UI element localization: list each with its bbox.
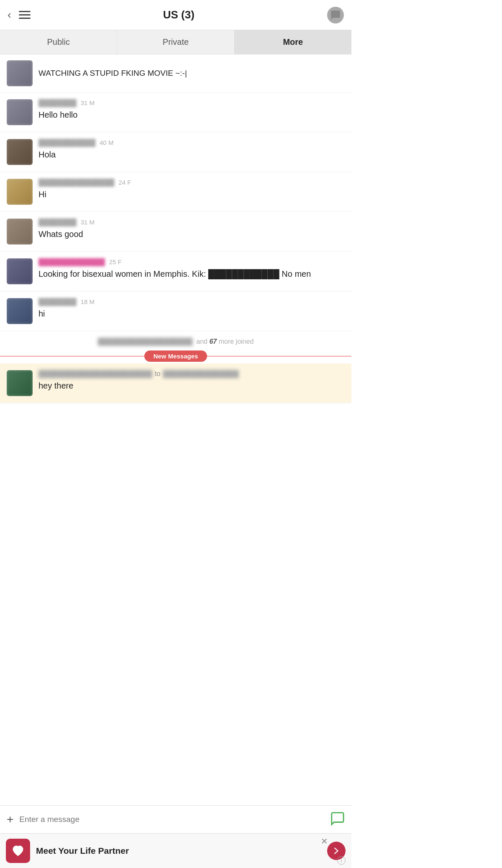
new-message-item[interactable]: ████████████████████████ to ████████████… — [0, 363, 351, 403]
avatar — [7, 139, 33, 165]
ad-text: Meet Your Life Partner — [36, 846, 321, 856]
user-age: 31 M — [81, 219, 95, 226]
user-age: 18 M — [81, 298, 95, 305]
user-age: 24 F — [118, 179, 131, 186]
bottom-area: + Meet Your Life Partner ✕ i — [0, 805, 351, 868]
header: ‹ US (3) — [0, 0, 351, 30]
blurred-names: ████████████████████ — [98, 338, 193, 345]
message-header: ██████████████ 25 F — [38, 258, 345, 266]
message-text: Whats good — [38, 228, 345, 240]
hamburger-menu[interactable] — [19, 11, 31, 19]
message-text: Hola — [38, 149, 345, 160]
tab-public[interactable]: Public — [0, 30, 117, 54]
message-content: ████████ 31 M Hello hello — [38, 99, 345, 121]
user-age: 40 M — [100, 139, 113, 146]
ad-logo — [6, 839, 30, 863]
avatar — [7, 99, 33, 125]
message-content: ██████████████ 25 F Looking for bisexual… — [38, 258, 345, 280]
new-message-from: ████████████████████████ — [38, 370, 152, 378]
username: ████████ — [38, 99, 77, 107]
message-text: Hi — [38, 188, 345, 200]
message-header: ████████ 31 M — [38, 219, 345, 226]
user-age: 25 F — [109, 258, 122, 265]
message-text: Hello hello — [38, 109, 345, 121]
avatar — [7, 258, 33, 284]
new-messages-label: New Messages — [144, 350, 207, 362]
message-header: ████████████████ 24 F — [38, 179, 345, 186]
message-list: WATCHING A STUPID FKING MOVIE ~:-| █████… — [0, 54, 351, 805]
message-text: Looking for bisexual women in Memphis. K… — [38, 268, 345, 280]
list-item[interactable]: ██████████████ 25 F Looking for bisexual… — [0, 252, 351, 291]
avatar — [7, 298, 33, 324]
tab-private[interactable]: Private — [117, 30, 234, 54]
message-header: ████████████ 40 M — [38, 139, 345, 147]
list-item[interactable]: ████████████ 40 M Hola — [0, 132, 351, 172]
avatar — [7, 179, 33, 205]
new-messages-divider: New Messages — [0, 350, 351, 362]
new-message-header: ████████████████████████ to ████████████… — [38, 370, 345, 378]
new-message-text: hey there — [38, 380, 345, 392]
input-bar: + — [0, 805, 351, 833]
user-age: 31 M — [81, 99, 95, 106]
username: ████████████ — [38, 139, 95, 147]
avatar — [7, 370, 33, 396]
message-content: ████████████ 40 M Hola — [38, 139, 345, 160]
tabs-bar: Public Private More — [0, 30, 351, 54]
avatar — [7, 60, 33, 86]
new-message-to-text: to — [155, 370, 160, 378]
message-input[interactable] — [19, 815, 325, 824]
page-title: US (3) — [31, 8, 327, 21]
message-content: ████████ 18 M hi — [38, 298, 345, 319]
username: ██████████████ — [38, 258, 105, 266]
join-banner: ████████████████████ and 67 more joined — [0, 331, 351, 349]
username: ████████ — [38, 219, 77, 226]
message-content: ████████ 31 M Whats good — [38, 219, 345, 240]
header-left: ‹ — [8, 8, 31, 21]
join-suffix: more joined — [219, 338, 254, 345]
add-button[interactable]: + — [7, 814, 13, 825]
tab-more[interactable]: More — [235, 30, 351, 54]
list-item[interactable]: ████████ 31 M Whats good — [0, 212, 351, 252]
message-header: ████████ 18 M — [38, 298, 345, 306]
send-icon[interactable] — [330, 811, 345, 827]
avatar — [7, 219, 33, 245]
list-item[interactable]: WATCHING A STUPID FKING MOVIE ~:-| — [0, 54, 351, 93]
username: ████████ — [38, 298, 77, 306]
message-text: WATCHING A STUPID FKING MOVIE ~:-| — [38, 69, 187, 77]
list-item[interactable]: ████████ 31 M Hello hello — [0, 93, 351, 132]
message-content: ████████████████████████ to ████████████… — [38, 370, 345, 392]
ad-info-button[interactable]: i — [337, 856, 346, 865]
message-content: ████████████████ 24 F Hi — [38, 179, 345, 200]
username: ████████████████ — [38, 179, 114, 186]
ad-banner: Meet Your Life Partner ✕ i — [0, 833, 351, 868]
list-item[interactable]: ████████████████ 24 F Hi — [0, 172, 351, 212]
message-content: WATCHING A STUPID FKING MOVIE ~:-| — [38, 69, 345, 78]
message-header: ████████ 31 M — [38, 99, 345, 107]
message-icon-button[interactable] — [327, 7, 344, 23]
list-item[interactable]: ████████ 18 M hi — [0, 291, 351, 331]
message-text: hi — [38, 308, 345, 319]
ad-close-button[interactable]: ✕ — [321, 837, 328, 845]
back-button[interactable]: ‹ — [8, 8, 11, 21]
new-message-to: ████████████████ — [163, 370, 238, 378]
join-count: 67 — [209, 338, 217, 345]
